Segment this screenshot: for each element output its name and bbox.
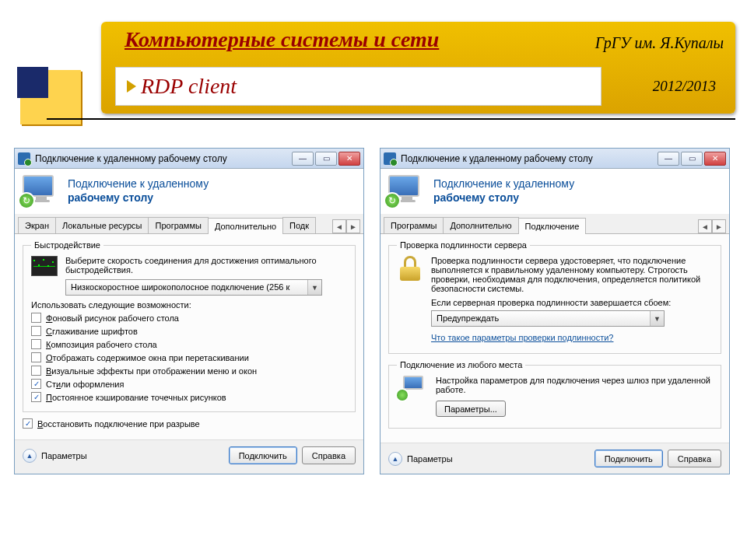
- tab-programs[interactable]: Программы: [384, 217, 444, 233]
- group-performance-legend: Быстродействие: [31, 240, 103, 250]
- course-title: Компьютерные системы и сети: [124, 27, 439, 52]
- perf-option-label: Сглаживание шрифтов: [46, 327, 138, 336]
- banner: ↻ Подключение к удаленному рабочему стол…: [381, 169, 729, 214]
- minimize-button[interactable]: —: [658, 152, 679, 166]
- perf-option-label: Отображать содержимое окна при перетаски…: [46, 353, 249, 362]
- group-performance: Быстродействие Выберите скорость соедине…: [23, 240, 356, 412]
- rdp-window-left: Подключение к удаленному рабочему столу …: [14, 148, 364, 474]
- perf-option-1[interactable]: Сглаживание шрифтов: [31, 326, 347, 336]
- checkbox-icon[interactable]: [31, 339, 41, 349]
- group-gateway-legend: Подключение из любого места: [397, 360, 525, 369]
- connect-button[interactable]: Подключить: [229, 446, 297, 464]
- banner-line2: рабочему столу: [68, 191, 209, 205]
- banner: ↻ Подключение к удаленному рабочему стол…: [15, 169, 363, 214]
- collapse-icon[interactable]: ▲: [23, 449, 37, 463]
- help-button[interactable]: Справка: [668, 450, 721, 467]
- auth-help-link[interactable]: Что такое параметры проверки подлинности…: [431, 333, 613, 342]
- tab-scroll-right[interactable]: ►: [346, 219, 360, 233]
- params-label[interactable]: Параметры: [407, 454, 453, 464]
- perf-option-label: Фоновый рисунок рабочего стола: [46, 313, 179, 323]
- tab-screen[interactable]: Экран: [18, 217, 56, 233]
- university-label: ГрГУ им. Я.Купалы: [595, 34, 724, 52]
- performance-icon: [31, 256, 58, 276]
- tab-scroll-left[interactable]: ◄: [332, 219, 346, 233]
- auth-paragraph: Проверка подлинности сервера удостоверяе…: [431, 256, 713, 293]
- help-button[interactable]: Справка: [302, 446, 356, 464]
- window-title: Подключение к удаленному рабочему столу: [401, 153, 658, 164]
- reconnect-label: Восстановить подключение при разрыве: [37, 419, 200, 429]
- tabstrip-right: Программы Дополнительно Подключение ◄ ►: [381, 214, 729, 234]
- maximize-button[interactable]: ▭: [681, 152, 703, 166]
- rdp-icon: ↻: [23, 175, 60, 206]
- checkbox-icon[interactable]: [23, 418, 33, 429]
- gateway-icon: [397, 376, 428, 401]
- perf-option-5[interactable]: Стили оформления: [31, 379, 347, 389]
- tab-connection[interactable]: Подключение: [518, 218, 587, 234]
- divider: [47, 118, 735, 120]
- maximize-button[interactable]: ▭: [315, 152, 337, 166]
- perf-option-label: Визуальные эффекты при отображении меню …: [46, 366, 257, 376]
- year-label: 2012/2013: [653, 78, 716, 95]
- perf-hint: Выберите скорость соединения для достиже…: [65, 256, 347, 275]
- banner-line2: рабочему столу: [433, 191, 574, 205]
- reconnect-checkbox-row[interactable]: Восстановить подключение при разрыве: [23, 418, 356, 429]
- checkbox-icon[interactable]: [31, 366, 41, 376]
- minimize-button[interactable]: —: [292, 152, 314, 166]
- tab-scroll-right[interactable]: ►: [712, 219, 726, 233]
- window-title: Подключение к удаленному рабочему столу: [35, 153, 292, 164]
- checkbox-icon[interactable]: [31, 313, 41, 323]
- slide-header: Компьютерные системы и сети RDP client Г…: [0, 0, 747, 124]
- banner-line1: Подключение к удаленному: [433, 177, 574, 191]
- chevron-down-icon[interactable]: ▼: [650, 311, 664, 326]
- tab-local-resources[interactable]: Локальные ресурсы: [55, 217, 149, 233]
- rdp-icon: ↻: [388, 175, 426, 206]
- arrow-icon: [127, 80, 136, 93]
- perf-option-6[interactable]: Постоянное кэширование точечных рисунков: [31, 392, 347, 402]
- auth-fail-label: Если серверная проверка подлинности заве…: [431, 298, 713, 307]
- banner-line1: Подключение к удаленному: [68, 177, 209, 191]
- connect-button[interactable]: Подключить: [594, 450, 663, 467]
- chevron-down-icon[interactable]: ▼: [307, 280, 321, 295]
- tab-advanced[interactable]: Дополнительно: [208, 218, 283, 234]
- auth-action-combo[interactable]: Предупреждать ▼: [431, 310, 665, 327]
- params-label[interactable]: Параметры: [41, 451, 87, 460]
- speed-combo[interactable]: Низкоскоростное широкополосное подключен…: [65, 279, 322, 296]
- checkbox-icon[interactable]: [31, 392, 41, 402]
- tab-connection-clipped[interactable]: Подк: [282, 217, 316, 233]
- lock-icon: [397, 256, 423, 281]
- perf-option-label: Стили оформления: [46, 380, 124, 389]
- perf-option-2[interactable]: Композиция рабочего стола: [31, 339, 347, 349]
- logo-icon: [20, 70, 81, 124]
- perf-option-label: Композиция рабочего стола: [46, 340, 157, 349]
- gateway-paragraph: Настройка параметров для подключения чер…: [436, 376, 713, 394]
- group-server-auth: Проверка подлинности сервера Проверка по…: [388, 240, 721, 354]
- titlebar[interactable]: Подключение к удаленному рабочему столу …: [381, 149, 729, 169]
- perf-option-4[interactable]: Визуальные эффекты при отображении меню …: [31, 366, 347, 376]
- perf-option-0[interactable]: Фоновый рисунок рабочего стола: [31, 313, 347, 323]
- checkbox-icon[interactable]: [31, 379, 41, 389]
- footer-left: ▲ Параметры Подключить Справка: [15, 439, 363, 471]
- close-button[interactable]: ✕: [338, 152, 360, 166]
- app-icon: [384, 152, 396, 165]
- use-following-label: Использовать следующие возможности:: [31, 300, 347, 310]
- checkbox-icon[interactable]: [31, 352, 41, 362]
- close-button[interactable]: ✕: [704, 152, 726, 166]
- rdp-window-right: Подключение к удаленному рабочему столу …: [380, 148, 730, 474]
- app-icon: [18, 152, 30, 165]
- topic-box: RDP client: [115, 67, 601, 106]
- tab-scroll-left[interactable]: ◄: [698, 219, 712, 233]
- checkbox-icon[interactable]: [31, 326, 41, 336]
- tab-programs[interactable]: Программы: [148, 217, 208, 233]
- topic-text: RDP client: [141, 74, 237, 99]
- perf-option-3[interactable]: Отображать содержимое окна при перетаски…: [31, 352, 347, 362]
- speed-combo-value: Низкоскоростное широкополосное подключен…: [66, 280, 307, 295]
- tab-advanced[interactable]: Дополнительно: [443, 217, 518, 233]
- perf-option-label: Постоянное кэширование точечных рисунков: [46, 393, 226, 402]
- titlebar[interactable]: Подключение к удаленному рабочему столу …: [15, 149, 363, 169]
- group-gateway: Подключение из любого места Настройка па…: [388, 360, 721, 429]
- tabstrip-left: Экран Локальные ресурсы Программы Дополн…: [15, 214, 363, 234]
- footer-right: ▲ Параметры Подключить Справка: [381, 443, 729, 474]
- group-server-auth-legend: Проверка подлинности сервера: [397, 240, 530, 250]
- gateway-params-button[interactable]: Параметры...: [436, 401, 506, 417]
- collapse-icon[interactable]: ▲: [388, 452, 402, 466]
